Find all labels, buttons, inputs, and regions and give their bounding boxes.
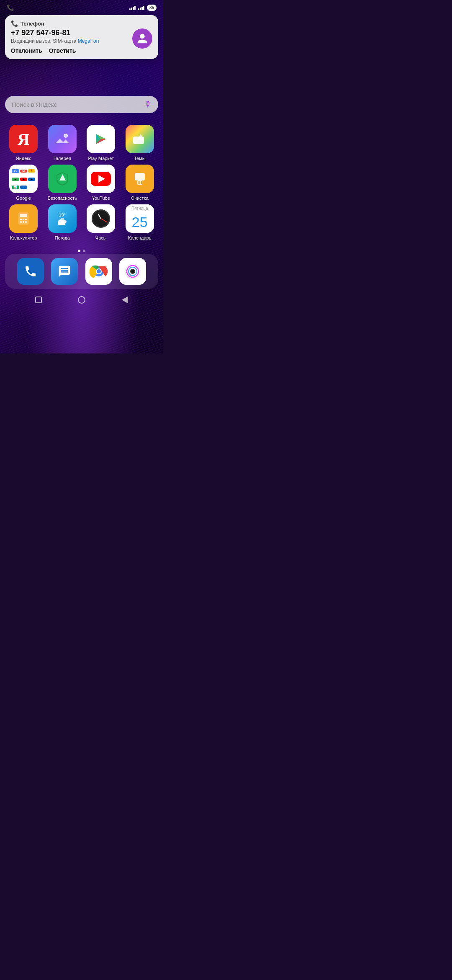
app-calendar[interactable]: Пятница 25 Календарь <box>121 204 159 241</box>
app-playmarket[interactable]: Play Маркет <box>82 125 120 161</box>
svg-point-35 <box>131 270 134 273</box>
page-dot-2[interactable] <box>83 250 85 252</box>
dock-camera[interactable] <box>119 258 146 285</box>
caller-avatar <box>132 28 152 49</box>
dock-chrome-icon <box>85 258 112 285</box>
phone-app-icon: 📞 <box>11 20 18 27</box>
dock-phone-icon <box>17 258 44 285</box>
home-button[interactable] <box>77 295 87 305</box>
weather-icon: 19° <box>48 204 77 233</box>
page-dots <box>0 250 163 252</box>
svg-point-17 <box>23 219 24 220</box>
recent-apps-icon <box>35 297 42 303</box>
gallery-label: Галерея <box>54 156 71 161</box>
call-subtitle: Входящий вызов, SIM-карта MegaFon <box>11 38 128 44</box>
app-gallery[interactable]: Галерея <box>44 125 81 161</box>
app-clock[interactable]: Часы <box>82 204 120 241</box>
youtube-label: YouTube <box>92 196 110 201</box>
google-icon: G M 📍 ☁ ▶ ▶ 📊 👤 <box>9 165 38 193</box>
security-label: Безопасность <box>48 196 77 201</box>
cleaner-label: Очистка <box>131 196 149 201</box>
dock-phone[interactable] <box>17 258 44 285</box>
answer-button[interactable]: Ответить <box>49 47 76 54</box>
page-dot-1[interactable] <box>78 250 80 252</box>
carrier-link[interactable]: MegaFon <box>78 38 99 44</box>
calendar-label: Календарь <box>128 235 152 241</box>
yandex-label: Яндекс <box>16 156 31 161</box>
search-placeholder: Поиск в Яндекс <box>12 101 140 108</box>
calendar-icon: Пятница 25 <box>126 204 154 233</box>
clock-icon <box>87 204 115 233</box>
back-button[interactable] <box>120 295 130 305</box>
clock-label: Часы <box>95 235 107 241</box>
themes-label: Темы <box>134 156 146 161</box>
svg-rect-9 <box>135 173 145 181</box>
app-dock <box>5 254 158 289</box>
app-themes[interactable]: Темы <box>121 125 159 161</box>
status-left: 📞 <box>7 4 14 11</box>
svg-point-26 <box>63 220 67 223</box>
gallery-icon <box>48 125 77 153</box>
svg-point-18 <box>25 219 27 220</box>
notification-app-name: Телефон <box>21 21 152 27</box>
call-status-icon: 📞 <box>7 4 14 11</box>
calendar-day-label: Пятница <box>126 204 154 211</box>
playmarket-icon <box>87 125 115 153</box>
svg-rect-15 <box>20 214 27 217</box>
recent-apps-button[interactable] <box>33 295 44 305</box>
status-bar: 📞 85 <box>0 0 163 13</box>
app-yandex[interactable]: Я Яндекс <box>5 125 42 161</box>
app-calculator[interactable]: Калькулятор <box>5 204 42 241</box>
google-label: Google <box>16 196 31 201</box>
youtube-icon <box>87 165 115 193</box>
cleaner-icon <box>126 165 154 193</box>
notification-card: 📞 Телефон +7 927 547-96-81 Входящий вызо… <box>5 15 158 59</box>
app-security[interactable]: Безопасность <box>44 165 81 201</box>
microphone-icon[interactable]: 🎙 <box>144 100 152 109</box>
dock-messages-icon <box>51 258 78 285</box>
app-grid: Я Яндекс Галерея <box>0 120 163 246</box>
svg-point-16 <box>20 219 22 220</box>
notification-text: +7 927 547-96-81 Входящий вызов, SIM-кар… <box>11 28 128 54</box>
app-google[interactable]: G M 📍 ☁ ▶ ▶ 📊 👤 Google <box>5 165 42 201</box>
security-icon <box>48 165 77 193</box>
back-icon <box>122 297 128 303</box>
themes-icon <box>126 125 154 153</box>
calculator-label: Калькулятор <box>10 235 37 241</box>
app-cleaner[interactable]: Очистка <box>121 165 159 201</box>
svg-point-19 <box>20 221 22 223</box>
dock-chrome[interactable] <box>85 258 112 285</box>
notification-actions: Отклонить Ответить <box>11 47 128 54</box>
yandex-search-bar[interactable]: Поиск в Яндекс 🎙 <box>5 96 158 113</box>
calculator-icon <box>9 204 38 233</box>
app-youtube[interactable]: YouTube <box>82 165 120 201</box>
dock-camera-icon <box>119 258 146 285</box>
notification-header: 📞 Телефон <box>11 20 152 27</box>
playmarket-label: Play Маркет <box>88 156 114 161</box>
navigation-bar <box>0 291 163 310</box>
signal-bars-1 <box>129 5 136 10</box>
app-weather[interactable]: 19° Погода <box>44 204 81 241</box>
dismiss-button[interactable]: Отклонить <box>11 47 42 54</box>
yandex-icon: Я <box>9 125 38 153</box>
svg-point-1 <box>64 134 67 137</box>
battery-indicator: 85 <box>147 5 157 11</box>
dock-messages[interactable] <box>51 258 78 285</box>
svg-point-20 <box>23 221 24 223</box>
caller-number: +7 927 547-96-81 <box>11 28 128 37</box>
svg-point-21 <box>25 221 27 223</box>
weather-label: Погода <box>55 235 70 241</box>
signal-bars-2 <box>138 5 144 10</box>
search-bar-container: Поиск в Яндекс 🎙 <box>0 93 163 120</box>
svg-point-30 <box>97 269 101 273</box>
status-right: 85 <box>129 5 157 11</box>
notification-body: +7 927 547-96-81 Входящий вызов, SIM-кар… <box>11 28 152 54</box>
calendar-day-number: 25 <box>126 211 154 233</box>
home-icon <box>78 296 85 304</box>
